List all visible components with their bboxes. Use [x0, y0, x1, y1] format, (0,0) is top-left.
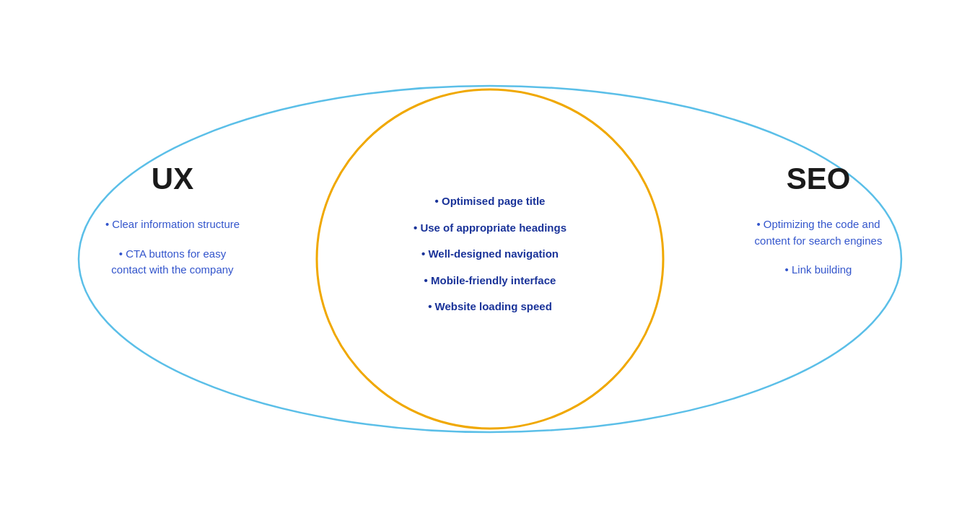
seo-item-2: Link building [743, 262, 894, 278]
overlap-item-5: Website loading speed [407, 299, 573, 315]
overlap-item-1: Optimised page title [407, 193, 573, 210]
venn-diagram: UX Clear information structure CTA butto… [57, 50, 923, 468]
ux-item-1: Clear information structure [100, 216, 245, 233]
overlap-item-4: Mobile-friendly interface [407, 272, 573, 289]
overlap-section: Optimised page title Use of appropriate … [407, 193, 573, 325]
seo-title: SEO [743, 162, 894, 196]
seo-items: Optimizing the code and content for sear… [743, 216, 894, 278]
ux-section: UX Clear information structure CTA butto… [100, 162, 245, 291]
ux-item-2: CTA buttons for easy contact with the co… [100, 246, 245, 278]
overlap-item-3: Well-designed navigation [407, 246, 573, 263]
seo-section: SEO Optimizing the code and content for … [743, 162, 894, 291]
seo-item-1: Optimizing the code and content for sear… [743, 216, 894, 249]
ux-title: UX [100, 162, 245, 196]
ux-items: Clear information structure CTA buttons … [100, 216, 245, 278]
overlap-item-2: Use of appropriate headings [407, 219, 573, 236]
